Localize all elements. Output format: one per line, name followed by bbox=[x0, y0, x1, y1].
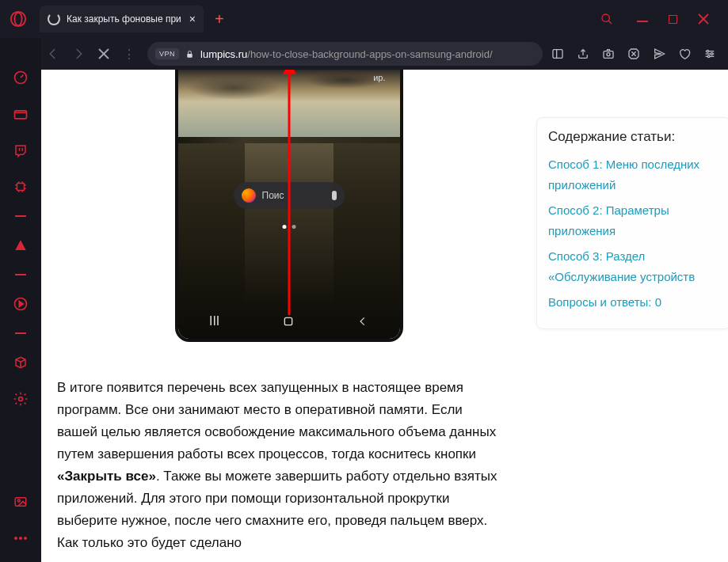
stop-button[interactable] bbox=[93, 44, 114, 64]
phone-screenshot: ир. Поис III bbox=[178, 70, 400, 339]
send-icon[interactable] bbox=[652, 47, 666, 61]
red-arrow-annotation bbox=[288, 70, 290, 315]
svg-point-1 bbox=[14, 13, 21, 26]
svg-point-0 bbox=[11, 12, 25, 26]
svg-point-23 bbox=[707, 55, 710, 58]
svg-marker-39 bbox=[19, 302, 23, 307]
toc-link[interactable]: Вопросы и ответы: 0 bbox=[548, 292, 726, 313]
svg-point-44 bbox=[14, 537, 17, 540]
play-circle-icon[interactable] bbox=[13, 296, 29, 312]
svg-marker-37 bbox=[15, 240, 26, 250]
svg-point-41 bbox=[19, 397, 23, 401]
separator-icon bbox=[15, 332, 26, 334]
toc-title: Содержание статьи: bbox=[548, 129, 726, 145]
adblock-icon[interactable] bbox=[627, 47, 641, 61]
speed-dial-icon[interactable] bbox=[13, 70, 29, 85]
wallet-icon[interactable] bbox=[13, 106, 29, 122]
svg-point-21 bbox=[707, 50, 709, 52]
browser-tab[interactable]: Как закрыть фоновые при × bbox=[40, 6, 204, 32]
more-icon[interactable]: ⋮ bbox=[119, 44, 139, 64]
gallery-icon[interactable] bbox=[13, 494, 29, 510]
toc-link[interactable]: Способ 2: Параметры приложения bbox=[548, 200, 726, 241]
toolbar-actions bbox=[551, 47, 722, 61]
sidebar bbox=[0, 38, 41, 562]
separator-icon bbox=[15, 274, 26, 275]
svg-point-46 bbox=[24, 537, 27, 540]
home-icon bbox=[282, 315, 295, 328]
easy-setup-icon[interactable] bbox=[703, 47, 717, 61]
svg-rect-47 bbox=[284, 317, 292, 325]
article-column: ир. Поис III В итоге появится перечень bbox=[41, 70, 536, 562]
twitch-icon[interactable] bbox=[13, 142, 29, 158]
url-path: /how-to-close-background-apps-on-samsung… bbox=[247, 48, 492, 60]
url-input[interactable]: VPN lumpics.ru/how-to-close-background-a… bbox=[147, 42, 543, 66]
new-tab-button[interactable]: + bbox=[215, 10, 224, 28]
back-icon bbox=[357, 316, 368, 327]
recents-icon: III bbox=[209, 314, 219, 328]
titlebar: Как закрыть фоновые при × + bbox=[0, 0, 728, 38]
svg-point-22 bbox=[711, 53, 713, 55]
svg-line-3 bbox=[608, 21, 612, 24]
svg-point-43 bbox=[17, 499, 20, 502]
vpn-badge[interactable]: VPN bbox=[155, 48, 179, 59]
article-paragraph: В итоге появится перечень всех запущенны… bbox=[57, 374, 501, 554]
url-domain: lumpics.ru bbox=[200, 48, 247, 60]
lock-icon[interactable] bbox=[185, 49, 194, 59]
close-window-button[interactable] bbox=[698, 13, 709, 25]
separator-icon bbox=[15, 215, 26, 217]
forward-button[interactable] bbox=[68, 44, 89, 64]
maximize-button[interactable] bbox=[669, 15, 677, 24]
svg-point-45 bbox=[19, 537, 22, 540]
svg-rect-9 bbox=[553, 50, 562, 59]
svg-rect-28 bbox=[17, 184, 25, 191]
svg-rect-25 bbox=[15, 111, 27, 119]
search-icon[interactable] bbox=[600, 13, 613, 25]
gear-icon[interactable] bbox=[13, 391, 29, 407]
tab-title: Как закрыть фоновые при bbox=[67, 13, 181, 25]
heart-icon[interactable] bbox=[677, 47, 692, 61]
table-of-contents: Содержание статьи: Способ 1: Меню послед… bbox=[536, 117, 728, 329]
svg-rect-12 bbox=[604, 51, 613, 59]
toc-link[interactable]: Способ 3: Раздел «Обслуживание устройств bbox=[548, 246, 726, 287]
mic-icon bbox=[332, 191, 337, 200]
triangle-icon[interactable] bbox=[13, 237, 29, 253]
close-tab-icon[interactable]: × bbox=[189, 13, 196, 25]
cube-icon[interactable] bbox=[13, 355, 29, 370]
chip-icon[interactable] bbox=[13, 179, 29, 195]
svg-point-2 bbox=[602, 14, 609, 21]
snapshot-icon[interactable] bbox=[601, 47, 616, 61]
svg-point-13 bbox=[607, 53, 610, 56]
phone-search-placeholder: Поис bbox=[262, 190, 332, 201]
back-button[interactable] bbox=[43, 44, 63, 64]
minimize-button[interactable] bbox=[637, 16, 648, 22]
loading-icon bbox=[48, 13, 60, 25]
ellipsis-icon[interactable] bbox=[13, 530, 29, 546]
svg-rect-8 bbox=[187, 54, 192, 58]
svg-marker-17 bbox=[655, 49, 665, 59]
opera-menu-button[interactable] bbox=[5, 6, 32, 32]
address-bar-row: ⋮ VPN lumpics.ru/how-to-close-background… bbox=[0, 38, 728, 70]
sidebar-toggle-icon[interactable] bbox=[551, 47, 565, 61]
status-text: ир. bbox=[373, 73, 385, 82]
toc-link[interactable]: Способ 1: Меню последних приложений bbox=[548, 154, 726, 196]
share-icon[interactable] bbox=[576, 47, 590, 61]
window-controls bbox=[637, 13, 723, 25]
page-content: ир. Поис III В итоге появится перечень bbox=[41, 70, 728, 562]
firefox-icon bbox=[242, 188, 256, 203]
